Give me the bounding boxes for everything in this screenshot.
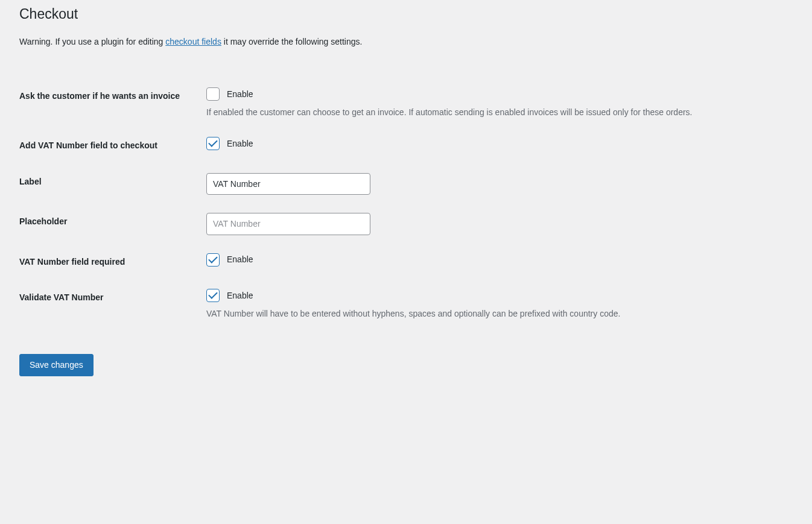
warning-prefix: Warning. If you use a plugin for editing — [19, 37, 165, 46]
vat-required-checkbox[interactable] — [206, 253, 220, 267]
vat-required-label: VAT Number field required — [19, 244, 200, 280]
ask-invoice-label: Ask the customer if he wants an invoice — [19, 78, 200, 128]
validate-vat-checkbox[interactable] — [206, 289, 220, 302]
warning-text: Warning. If you use a plugin for editing… — [19, 36, 800, 48]
warning-suffix: it may override the following settings. — [221, 37, 362, 46]
ask-invoice-description: If enabled the customer can choose to ge… — [206, 106, 785, 119]
ask-invoice-checkbox-label[interactable]: Enable — [227, 88, 253, 101]
add-vat-checkbox[interactable] — [206, 137, 220, 150]
vat-placeholder-label: Placeholder — [19, 204, 200, 244]
add-vat-label: Add VAT Number field to checkout — [19, 128, 200, 164]
add-vat-checkbox-label[interactable]: Enable — [227, 137, 253, 150]
validate-vat-label: Validate VAT Number — [19, 280, 200, 329]
vat-label-label: Label — [19, 164, 200, 204]
save-changes-button[interactable]: Save changes — [19, 354, 94, 377]
page-title: Checkout — [19, 6, 800, 22]
ask-invoice-checkbox[interactable] — [206, 87, 220, 101]
vat-label-input[interactable] — [206, 173, 370, 195]
validate-vat-checkbox-label[interactable]: Enable — [227, 289, 253, 302]
vat-placeholder-input[interactable] — [206, 213, 370, 235]
checkout-fields-link[interactable]: checkout fields — [165, 37, 221, 46]
validate-vat-description: VAT Number will have to be entered witho… — [206, 307, 785, 320]
settings-form-table: Ask the customer if he wants an invoice … — [19, 78, 800, 330]
vat-required-checkbox-label[interactable]: Enable — [227, 253, 253, 266]
